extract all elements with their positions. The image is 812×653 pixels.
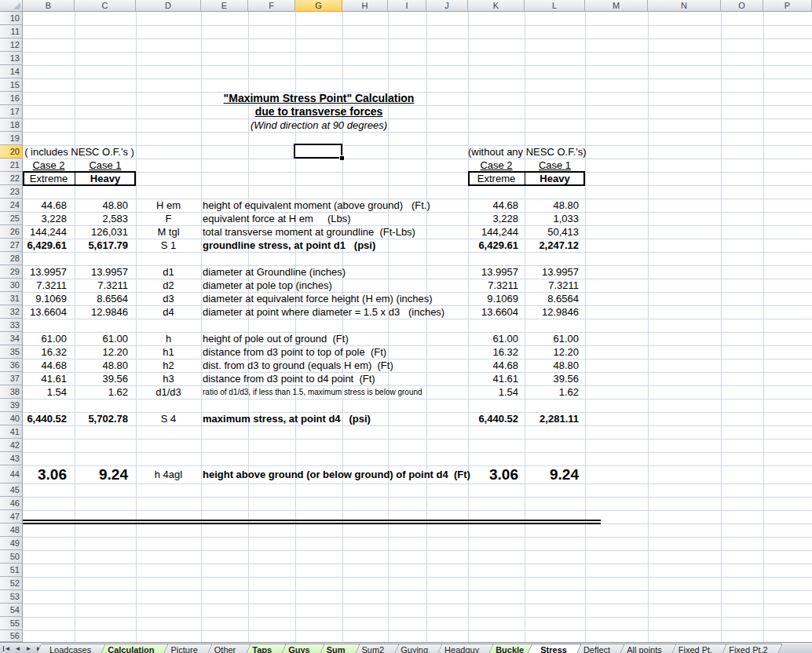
- sheet-title-line1[interactable]: "Maximum Stress Point" Calculation: [136, 92, 502, 105]
- row-header-30[interactable]: 30: [0, 279, 23, 292]
- row-header-14[interactable]: 14: [0, 65, 23, 78]
- cell-B27[interactable]: 6,429.61: [23, 239, 67, 252]
- row-header-45[interactable]: 45: [0, 483, 23, 497]
- column-header-M[interactable]: M: [585, 0, 648, 12]
- cell-K24[interactable]: 44.68: [468, 199, 518, 212]
- cell-B31[interactable]: 9.1069: [23, 292, 67, 305]
- cell-B35[interactable]: 16.32: [23, 345, 67, 359]
- left-case1-header[interactable]: Case 1: [75, 159, 136, 172]
- cell-D40[interactable]: S 4: [136, 412, 201, 425]
- column-header-J[interactable]: J: [426, 0, 468, 12]
- cell-C36[interactable]: 48.80: [75, 359, 128, 372]
- row-header-28[interactable]: 28: [0, 252, 23, 265]
- cell-E25-description[interactable]: equivalent force at H em (Lbs): [203, 212, 351, 225]
- cell-K37[interactable]: 41.61: [468, 372, 518, 385]
- cell-B38[interactable]: 1.54: [23, 385, 67, 399]
- cell-B25[interactable]: 3,228: [23, 212, 67, 225]
- cell-D30[interactable]: d2: [136, 279, 201, 292]
- column-header-I[interactable]: I: [388, 0, 426, 12]
- cell-D32[interactable]: d4: [136, 305, 201, 319]
- cell-C44[interactable]: 9.24: [75, 465, 128, 483]
- row-header-53[interactable]: 53: [0, 590, 23, 604]
- cell-K31[interactable]: 9.1069: [468, 292, 518, 305]
- cell-K27[interactable]: 6,429.61: [468, 239, 518, 252]
- cell-C30[interactable]: 7.3211: [75, 279, 128, 292]
- row-header-24[interactable]: 24: [0, 199, 23, 212]
- cell-D24[interactable]: H em: [136, 199, 201, 212]
- cell-L25[interactable]: 1,033: [525, 212, 579, 225]
- row-header-27[interactable]: 27: [0, 239, 23, 252]
- row-header-12[interactable]: 12: [0, 38, 23, 52]
- row-header-51[interactable]: 51: [0, 564, 23, 577]
- cell-K44[interactable]: 3.06: [468, 465, 518, 483]
- row-header-20[interactable]: 20: [0, 145, 23, 159]
- row-header-39[interactable]: 39: [0, 399, 23, 412]
- cell-K25[interactable]: 3,228: [468, 212, 518, 225]
- row-header-47[interactable]: 47: [0, 510, 23, 523]
- row-header-13[interactable]: 13: [0, 52, 23, 65]
- cell-L36[interactable]: 48.80: [525, 359, 579, 372]
- cell-K26[interactable]: 144,244: [468, 225, 518, 239]
- row-header-18[interactable]: 18: [0, 119, 23, 132]
- cell-C31[interactable]: 8.6564: [75, 292, 128, 305]
- cell-E44-description[interactable]: height above ground (or below ground) of…: [203, 465, 470, 483]
- sheet-title-line3[interactable]: (Wind direction at 90 degrees): [136, 119, 502, 132]
- cell-D25[interactable]: F: [136, 212, 201, 225]
- cell-D35[interactable]: h1: [136, 345, 201, 359]
- sheet-tab-stress[interactable]: Stress: [529, 644, 579, 653]
- cell-L37[interactable]: 39.56: [525, 372, 579, 385]
- cell-D37[interactable]: h3: [136, 372, 201, 385]
- column-header-N[interactable]: N: [648, 0, 721, 12]
- row-header-46[interactable]: 46: [0, 497, 23, 510]
- cell-D36[interactable]: h2: [136, 359, 201, 372]
- row-header-40[interactable]: 40: [0, 412, 23, 425]
- row-header-15[interactable]: 15: [0, 78, 23, 92]
- right-group-note[interactable]: (without any NESC O.F.'s): [468, 145, 585, 159]
- sheet-tab-loadcases[interactable]: Loadcases: [38, 644, 103, 653]
- cell-D29[interactable]: d1: [136, 265, 201, 279]
- row-header-23[interactable]: 23: [0, 185, 23, 199]
- row-header-52[interactable]: 52: [0, 577, 23, 590]
- cell-E35-description[interactable]: distance from d3 point to top of pole (F…: [203, 345, 386, 359]
- next-sheet-button[interactable]: ►: [24, 644, 34, 653]
- cell-C40[interactable]: 5,702.78: [75, 412, 128, 425]
- cell-K29[interactable]: 13.9957: [468, 265, 518, 279]
- select-all-corner[interactable]: [0, 0, 23, 12]
- cell-L40[interactable]: 2,281.11: [525, 412, 579, 425]
- cell-E37-description[interactable]: distance from d3 point to d4 point (Ft): [203, 372, 375, 385]
- cell-C27[interactable]: 5,617.79: [75, 239, 128, 252]
- cell-D34[interactable]: h: [136, 332, 201, 345]
- cell-C35[interactable]: 12.20: [75, 345, 128, 359]
- row-header-32[interactable]: 32: [0, 305, 23, 319]
- column-header-H[interactable]: H: [342, 0, 388, 12]
- column-header-F[interactable]: F: [248, 0, 295, 12]
- right-case2-header[interactable]: Case 2: [468, 159, 525, 172]
- row-header-44[interactable]: 44: [0, 465, 23, 483]
- cell-L26[interactable]: 50,413: [525, 225, 579, 239]
- cell-L29[interactable]: 13.9957: [525, 265, 579, 279]
- cell-B26[interactable]: 144,244: [23, 225, 67, 239]
- row-header-17[interactable]: 17: [0, 105, 23, 119]
- cell-E30-description[interactable]: diameter at pole top (inches): [203, 279, 332, 292]
- cell-K34[interactable]: 61.00: [468, 332, 518, 345]
- cell-L27[interactable]: 2,247.12: [525, 239, 579, 252]
- row-header-50[interactable]: 50: [0, 550, 23, 564]
- cell-B40[interactable]: 6,440.52: [23, 412, 67, 425]
- sheet-tab-calculation[interactable]: Calculation: [96, 644, 166, 653]
- row-header-31[interactable]: 31: [0, 292, 23, 305]
- cell-C29[interactable]: 13.9957: [75, 265, 128, 279]
- row-header-16[interactable]: 16: [0, 92, 23, 105]
- cell-K32[interactable]: 13.6604: [468, 305, 518, 319]
- row-header-11[interactable]: 11: [0, 25, 23, 38]
- row-header-56[interactable]: 56: [0, 630, 23, 642]
- cell-B29[interactable]: 13.9957: [23, 265, 67, 279]
- cell-K30[interactable]: 7.3211: [468, 279, 518, 292]
- cell-L34[interactable]: 61.00: [525, 332, 579, 345]
- first-sheet-button[interactable]: ◄: [2, 644, 12, 653]
- row-header-21[interactable]: 21: [0, 159, 23, 172]
- cell-D38[interactable]: d1/d3: [136, 385, 201, 399]
- column-header-L[interactable]: L: [525, 0, 585, 12]
- row-header-25[interactable]: 25: [0, 212, 23, 225]
- column-header-G[interactable]: G: [295, 0, 342, 12]
- cell-C32[interactable]: 12.9846: [75, 305, 128, 319]
